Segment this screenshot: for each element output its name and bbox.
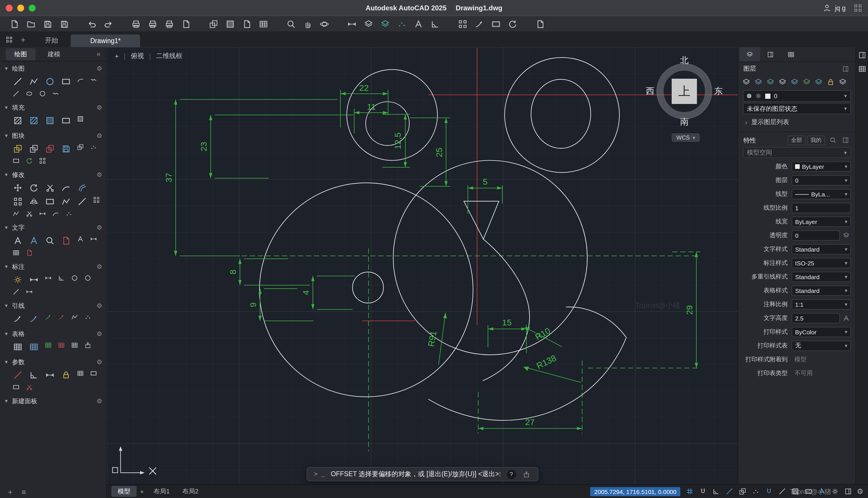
batch-plot-icon[interactable] [181, 19, 191, 29]
rail-dock-icon[interactable] [858, 51, 866, 59]
viewport-view-control[interactable]: 俯视 [131, 52, 144, 60]
section-hatch-header[interactable]: ▼ 填充 ⚙ [4, 102, 102, 114]
ordinate-dim-icon[interactable] [12, 287, 21, 297]
donut-tool-icon[interactable] [38, 89, 47, 98]
clean-screen-icon[interactable] [844, 487, 853, 496]
export-table-icon[interactable] [83, 341, 92, 350]
hide-constraints-icon[interactable] [12, 382, 21, 392]
parameters-manager-icon[interactable] [76, 369, 85, 378]
layer-selector[interactable]: 0 ▾ [743, 90, 851, 102]
display-settings-icon[interactable] [491, 19, 501, 29]
layout1-tab[interactable]: 布局1 [147, 486, 176, 497]
model-tab[interactable]: 模型 [111, 486, 137, 497]
layer-properties-manager-icon[interactable] [741, 77, 751, 87]
gear-icon[interactable]: ⚙ [96, 132, 102, 140]
dim-style-select[interactable]: ISO-25▾ [792, 258, 851, 268]
break-tool-icon[interactable] [25, 209, 34, 218]
linetype-scale-input[interactable]: 1 [792, 203, 851, 213]
layer-match-icon[interactable] [838, 77, 848, 87]
collect-leaders-icon[interactable] [83, 313, 92, 322]
object-snap-icon[interactable] [764, 487, 774, 496]
divide-tool-icon[interactable] [64, 209, 73, 218]
close-button[interactable] [6, 4, 13, 11]
arc-tool-icon[interactable] [76, 75, 85, 84]
layer-lock-toggle-icon[interactable] [826, 77, 836, 87]
fillet-tool-icon[interactable] [60, 182, 72, 194]
mtext-tool-icon[interactable] [12, 234, 24, 246]
mleader-style-select[interactable]: Standard▾ [792, 272, 851, 282]
new-file-icon[interactable] [9, 19, 19, 29]
viewcube-east-label[interactable]: 东 [714, 86, 723, 97]
gear-icon[interactable]: ⚙ [96, 104, 102, 112]
gear-icon[interactable]: ⚙ [96, 263, 102, 271]
stretch-tool-icon[interactable] [60, 195, 72, 207]
move-tool-icon[interactable] [12, 182, 24, 194]
viewport-visual-style-control[interactable]: 二维线框 [156, 52, 182, 60]
text-height-input[interactable]: 2.5 [792, 313, 840, 323]
undo-icon[interactable] [87, 19, 97, 29]
minimize-button[interactable] [17, 4, 24, 11]
rail-grid-icon[interactable] [858, 65, 866, 73]
join-tool-icon[interactable] [12, 209, 21, 218]
parametric-tools-icon[interactable] [430, 19, 440, 29]
save-as-icon[interactable] [59, 19, 69, 29]
layer-state-selector[interactable]: 未保存的图层状态 ▾ [743, 103, 851, 114]
pdf-import-icon[interactable] [60, 234, 72, 246]
zoom-button[interactable] [29, 4, 36, 11]
hatch-pattern-icon[interactable] [28, 114, 40, 126]
quick-select-icon[interactable] [828, 135, 838, 145]
palette-collapse-icon[interactable]: « [97, 50, 100, 58]
text-justify-icon[interactable] [12, 248, 21, 257]
explode-tool-icon[interactable] [92, 195, 101, 205]
send-feedback-icon[interactable] [474, 19, 485, 29]
delete-constraint-icon[interactable] [25, 382, 34, 392]
layer-unlock-icon[interactable] [813, 77, 824, 87]
plot-style-select[interactable]: ByColor▾ [792, 327, 851, 337]
model-space-drawing[interactable]: 22 11 12,5 [107, 47, 738, 484]
table-tool-icon[interactable] [12, 341, 24, 353]
viewcube-top-face[interactable]: 上 [672, 79, 697, 104]
object-snap-tracking-icon[interactable] [751, 487, 760, 496]
annotation-scale-select[interactable]: 1:1▾ [792, 299, 851, 310]
array-icon[interactable] [458, 19, 468, 29]
page-setup-icon[interactable] [164, 19, 175, 29]
section-new-panel-header[interactable]: ▼ 新建面板 ⚙ [4, 395, 102, 407]
new-layout-icon[interactable]: + [137, 487, 147, 496]
layer-color-swatch[interactable] [765, 93, 770, 99]
selection-cycling-icon[interactable] [804, 487, 813, 496]
multileader-tool-icon[interactable] [12, 313, 24, 325]
remove-leader-icon[interactable] [57, 313, 66, 322]
ellipse-tool-icon[interactable] [25, 89, 34, 98]
hatch-tool-icon[interactable] [12, 114, 24, 126]
text-style-select[interactable]: Standard▾ [792, 244, 851, 254]
circle-tool-icon[interactable] [44, 75, 56, 87]
filter-all-button[interactable]: 全部 [788, 135, 805, 145]
boundary-tool-icon[interactable] [60, 114, 72, 126]
viewcube-west-label[interactable]: 西 [646, 86, 654, 97]
open-folder-icon[interactable] [26, 19, 36, 29]
insert-ole-icon[interactable] [258, 19, 269, 29]
new-tab-icon[interactable]: + [21, 35, 25, 44]
color-select[interactable]: ByLayer▾ [792, 161, 851, 172]
panel-menu-icon[interactable]: ≡ [22, 487, 26, 496]
gradient-tool-icon[interactable] [44, 114, 56, 126]
show-constraints-icon[interactable] [89, 369, 98, 378]
set-base-point-icon[interactable] [89, 142, 98, 152]
polar-tracking-icon[interactable] [725, 487, 734, 496]
layer-lock-icon[interactable] [801, 77, 812, 87]
window-grid-icon[interactable] [854, 3, 862, 12]
customize-toolbar-icon[interactable] [535, 19, 545, 29]
show-layer-list[interactable]: › 显示图层列表 [738, 114, 855, 130]
gear-icon[interactable]: ⚙ [96, 302, 102, 310]
layer-off-icon[interactable] [753, 77, 763, 87]
space-selector[interactable]: 模型空间 ▾ [743, 147, 851, 158]
align-leaders-icon[interactable] [70, 313, 79, 322]
save-icon[interactable] [42, 19, 53, 29]
palette-tab-draw[interactable]: 绘图 [6, 48, 36, 60]
command-line[interactable]: > _ OFFSET 选择要偏移的对象，或 [退出(E)/放弃(U)] <退出>… [306, 467, 538, 481]
snap-mode-icon[interactable] [699, 487, 707, 496]
gear-icon[interactable]: ⚙ [96, 397, 102, 405]
section-modify-header[interactable]: ▼ 修改 ⚙ [4, 169, 102, 181]
plot-style-table-select[interactable]: 无▾ [792, 341, 851, 351]
lengthen-tool-icon[interactable] [38, 209, 47, 218]
